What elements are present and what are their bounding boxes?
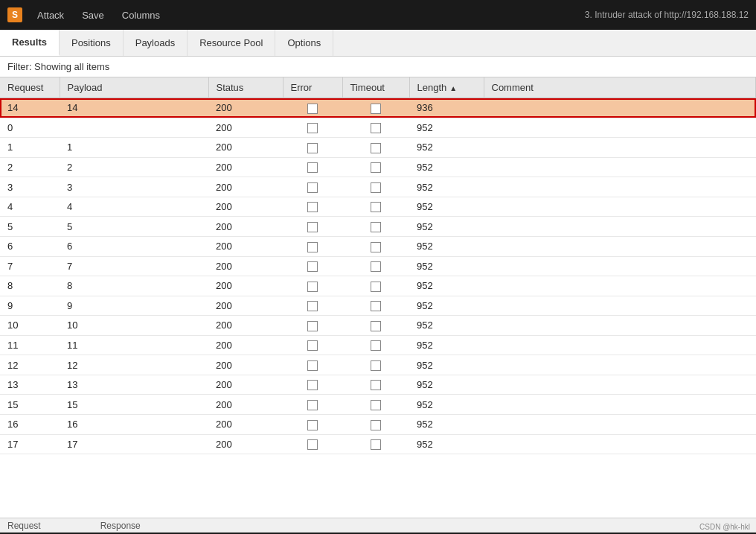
cell-payload: 10 — [60, 316, 208, 336]
cell-payload: 6 — [60, 236, 208, 256]
table-row[interactable]: 1414200936 — [0, 98, 756, 118]
table-row[interactable]: 1717200952 — [0, 434, 756, 454]
table-row[interactable]: 77200952 — [0, 256, 756, 276]
cell-timeout — [342, 355, 409, 375]
cell-length: 952 — [409, 118, 484, 138]
cell-timeout — [342, 316, 409, 336]
table-row[interactable]: 66200952 — [0, 236, 756, 256]
tab-positions[interactable]: Positions — [60, 30, 124, 56]
table-row[interactable]: 88200952 — [0, 276, 756, 296]
cell-payload: 7 — [60, 256, 208, 276]
cell-timeout — [342, 276, 409, 296]
col-status[interactable]: Status — [208, 77, 283, 98]
cell-error — [283, 256, 342, 276]
menu-save[interactable]: Save — [79, 8, 107, 22]
table-body: 1414200936020095211200952222009523320095… — [0, 98, 756, 454]
cell-status: 200 — [208, 395, 283, 415]
cell-timeout — [342, 236, 409, 256]
cell-error — [283, 434, 342, 454]
cell-error — [283, 118, 342, 138]
cell-status: 200 — [208, 276, 283, 296]
cell-timeout — [342, 296, 409, 316]
menu-bar: S Attack Save Columns — [7, 7, 163, 22]
table-row[interactable]: 1616200952 — [0, 415, 756, 435]
col-timeout[interactable]: Timeout — [342, 77, 409, 98]
cell-timeout — [342, 138, 409, 158]
cell-status: 200 — [208, 296, 283, 316]
col-request[interactable]: Request — [0, 77, 60, 98]
tab-options[interactable]: Options — [275, 30, 333, 56]
cell-length: 952 — [409, 395, 484, 415]
cell-length: 952 — [409, 316, 484, 336]
cell-payload: 8 — [60, 276, 208, 296]
cell-request: 8 — [0, 276, 60, 296]
cell-request: 13 — [0, 375, 60, 395]
cell-error — [283, 335, 342, 355]
table-row[interactable]: 0200952 — [0, 118, 756, 138]
cell-payload: 3 — [60, 177, 208, 197]
table-row[interactable]: 44200952 — [0, 197, 756, 217]
table-row[interactable]: 11200952 — [0, 138, 756, 158]
cell-comment — [484, 335, 756, 355]
cell-request: 0 — [0, 118, 60, 138]
cell-payload — [60, 118, 208, 138]
col-comment[interactable]: Comment — [484, 77, 756, 98]
menu-attack[interactable]: Attack — [34, 8, 67, 22]
cell-comment — [484, 197, 756, 217]
window-title: 3. Intruder attack of http://192.168.188… — [585, 10, 749, 20]
bottom-bar: Request Response — [0, 518, 756, 533]
cell-timeout — [342, 375, 409, 395]
cell-request: 1 — [0, 138, 60, 158]
col-payload[interactable]: Payload — [60, 77, 208, 98]
cell-timeout — [342, 335, 409, 355]
cell-payload: 2 — [60, 157, 208, 177]
cell-error — [283, 98, 342, 118]
cell-comment — [484, 256, 756, 276]
table-row[interactable]: 55200952 — [0, 217, 756, 237]
cell-payload: 17 — [60, 434, 208, 454]
table-row[interactable]: 22200952 — [0, 157, 756, 177]
table-row[interactable]: 99200952 — [0, 296, 756, 316]
cell-length: 952 — [409, 434, 484, 454]
cell-request: 7 — [0, 256, 60, 276]
cell-comment — [484, 434, 756, 454]
cell-comment — [484, 395, 756, 415]
cell-error — [283, 355, 342, 375]
table-row[interactable]: 1010200952 — [0, 316, 756, 336]
cell-status: 200 — [208, 197, 283, 217]
table-row[interactable]: 1111200952 — [0, 335, 756, 355]
sort-icon: ▲ — [449, 84, 457, 92]
tab-results[interactable]: Results — [0, 30, 60, 56]
cell-comment — [484, 375, 756, 395]
table-row[interactable]: 1313200952 — [0, 375, 756, 395]
main-content: Request Payload Status Error Timeout Len… — [0, 77, 756, 518]
cell-length: 952 — [409, 276, 484, 296]
table-row[interactable]: 1212200952 — [0, 355, 756, 375]
table-header-row: Request Payload Status Error Timeout Len… — [0, 77, 756, 98]
cell-length: 952 — [409, 157, 484, 177]
cell-request: 10 — [0, 316, 60, 336]
filter-bar[interactable]: Filter: Showing all items — [0, 57, 756, 77]
cell-status: 200 — [208, 434, 283, 454]
cell-timeout — [342, 157, 409, 177]
tab-resource-pool[interactable]: Resource Pool — [188, 30, 275, 56]
cell-length: 952 — [409, 296, 484, 316]
cell-request: 9 — [0, 296, 60, 316]
cell-timeout — [342, 98, 409, 118]
col-error[interactable]: Error — [283, 77, 342, 98]
cell-length: 952 — [409, 138, 484, 158]
cell-payload: 15 — [60, 395, 208, 415]
cell-error — [283, 197, 342, 217]
watermark: CSDN @hk-hkl — [699, 523, 750, 531]
cell-status: 200 — [208, 256, 283, 276]
menu-columns[interactable]: Columns — [119, 8, 163, 22]
cell-error — [283, 375, 342, 395]
cell-comment — [484, 138, 756, 158]
cell-status: 200 — [208, 236, 283, 256]
col-length[interactable]: Length▲ — [409, 77, 484, 98]
table-row[interactable]: 1515200952 — [0, 395, 756, 415]
table-row[interactable]: 33200952 — [0, 177, 756, 197]
tab-payloads[interactable]: Payloads — [124, 30, 188, 56]
cell-length: 952 — [409, 197, 484, 217]
cell-status: 200 — [208, 316, 283, 336]
